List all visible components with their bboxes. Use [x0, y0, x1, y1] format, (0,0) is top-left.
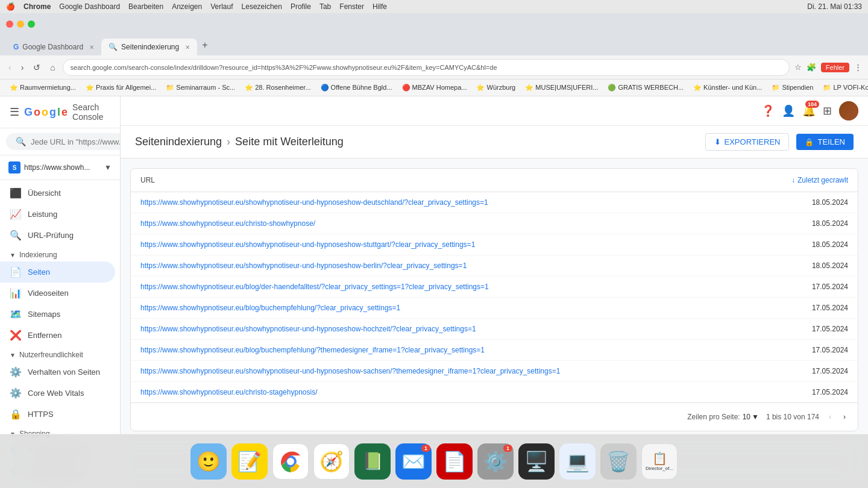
dock-chrome[interactable]	[272, 443, 309, 480]
dock-acrobat[interactable]: 📄	[436, 443, 473, 480]
col-date-header[interactable]: ↓ Zuletzt gecrawlt	[791, 176, 848, 184]
table-row-url[interactable]: https://www.showhypnotiseur.eu/showhypno…	[140, 261, 794, 270]
close-window-button[interactable]	[6, 20, 13, 28]
user-avatar[interactable]	[839, 101, 858, 120]
table-row-url[interactable]: https://www.showhypnotiseur.eu/blog/der-…	[140, 283, 794, 291]
breadcrumb-parent[interactable]: Seitenindexierung	[135, 136, 222, 148]
fullscreen-window-button[interactable]	[28, 20, 35, 28]
sidebar-item-sitemaps[interactable]: 🗺️ Sitemaps	[0, 304, 115, 325]
bookmark-kunstler[interactable]: ⭐ Künstler- und Kün...	[690, 83, 766, 93]
table-row[interactable]: https://www.showhypnotiseur.eu/showhypno…	[131, 319, 858, 340]
sidebar-item-core-web[interactable]: ⚙️ Core Web Vitals	[0, 383, 115, 404]
dock-notes[interactable]: 📝	[231, 443, 268, 480]
browser-tab-google-dashboard[interactable]: G Google Dashboard ✕	[6, 39, 101, 55]
rows-per-page-select[interactable]: 10 ▼	[743, 413, 759, 421]
menu-profile[interactable]: Profile	[291, 2, 311, 11]
property-selector[interactable]: S https://www.showh... ▼	[0, 155, 120, 180]
bookmark-seminarraum[interactable]: 📁 Seminarraum - Sc...	[162, 83, 239, 93]
apple-menu[interactable]: 🍎	[6, 2, 15, 11]
table-row-url[interactable]: https://www.showhypnotiseur.eu/blog/buch…	[140, 304, 794, 312]
user-settings-icon[interactable]: 👤	[782, 104, 795, 117]
bookmark-gratis[interactable]: 🟢 GRATIS WERBECH...	[604, 83, 687, 93]
dock-app2[interactable]: 💻	[559, 443, 596, 480]
bookmark-stipendien[interactable]: 📁 Stipendien	[768, 83, 817, 93]
menu-fenster[interactable]: Fenster	[339, 2, 364, 11]
bookmark-rosenheimer[interactable]: ⭐ 28. Rosenheimer...	[241, 83, 314, 93]
menu-anzeigen[interactable]: Anzeigen	[172, 2, 202, 11]
refresh-button[interactable]: ↺	[31, 60, 43, 75]
menu-hilfe[interactable]: Hilfe	[373, 2, 387, 11]
forward-button[interactable]: ›	[19, 60, 27, 75]
indexierung-section-header[interactable]: ▼ Indexierung	[0, 246, 120, 261]
table-row-url[interactable]: https://www.showhypnotiseur.eu/showhypno…	[140, 198, 794, 207]
sidebar-item-ubersicht[interactable]: ⬛ Übersicht	[0, 183, 115, 204]
sidebar-item-verhalten[interactable]: ⚙️ Verhalten von Seiten	[0, 361, 115, 383]
notification-bell[interactable]: 🔔 104	[802, 104, 816, 117]
table-row-url[interactable]: https://www.showhypnotiseur.eu/christo-s…	[140, 388, 794, 396]
bookmark-star-icon[interactable]: ☆	[794, 63, 802, 72]
close-tab-seitenindexierung[interactable]: ✕	[185, 44, 190, 51]
share-button[interactable]: 🔒 TEILEN	[796, 134, 854, 150]
close-tab-google-dashboard[interactable]: ✕	[89, 44, 94, 51]
table-row[interactable]: https://www.showhypnotiseur.eu/christo-s…	[131, 213, 858, 234]
new-tab-button[interactable]: +	[202, 40, 207, 51]
export-button[interactable]: ⬇ EXPORTIEREN	[705, 133, 790, 151]
back-button[interactable]: ‹	[6, 60, 14, 75]
table-row-url[interactable]: https://www.showhypnotiseur.eu/christo-s…	[140, 219, 794, 228]
table-row[interactable]: https://www.showhypnotiseur.eu/blog/buch…	[131, 340, 858, 361]
table-row[interactable]: https://www.showhypnotiseur.eu/showhypno…	[131, 361, 858, 382]
table-row[interactable]: https://www.showhypnotiseur.eu/showhypno…	[131, 192, 858, 213]
sidebar-item-seiten[interactable]: 📄 Seiten	[0, 261, 115, 283]
nutzerfreundlichkeit-section-header[interactable]: ▼ Nutzerfreundlichkeit	[0, 346, 120, 361]
dock-trash[interactable]: 🗑️	[600, 443, 637, 480]
bookmark-raumvermietung[interactable]: ⭐ Raumvermietung...	[6, 83, 80, 93]
sidebar-item-videoseiten[interactable]: 📊 Videoseiten	[0, 283, 115, 304]
table-row-url[interactable]: https://www.showhypnotiseur.eu/showhypno…	[140, 367, 794, 375]
hamburger-menu-button[interactable]: ☰	[10, 105, 19, 119]
table-row-url[interactable]: https://www.showhypnotiseur.eu/showhypno…	[140, 325, 794, 333]
table-row[interactable]: https://www.showhypnotiseur.eu/blog/buch…	[131, 298, 858, 319]
table-row-url[interactable]: https://www.showhypnotiseur.eu/blog/buch…	[140, 346, 794, 354]
table-row[interactable]: https://www.showhypnotiseur.eu/christo-s…	[131, 382, 858, 402]
menu-tab[interactable]: Tab	[319, 2, 331, 11]
sidebar-item-url-prufung[interactable]: 🔍 URL-Prüfung	[0, 225, 115, 246]
menu-datei[interactable]: Google Dashboard	[59, 2, 120, 11]
home-button[interactable]: ⌂	[48, 60, 57, 75]
apps-grid-icon[interactable]: ⊞	[823, 104, 832, 117]
extensions-icon[interactable]: 🧩	[807, 63, 816, 72]
dock-app1[interactable]: 🖥️	[518, 443, 555, 480]
menu-lesezeichen[interactable]: Lesezeichen	[242, 2, 282, 11]
menu-verlauf[interactable]: Verlauf	[210, 2, 233, 11]
help-icon[interactable]: ❓	[761, 104, 775, 117]
bookmark-muse[interactable]: ⭐ MUSE|UMS|UFERI...	[521, 83, 602, 93]
prev-page-button[interactable]: ‹	[826, 410, 834, 424]
more-options-icon[interactable]: ⋮	[854, 63, 862, 72]
dock-excel[interactable]: 📗	[354, 443, 391, 480]
app-name[interactable]: Chrome	[24, 2, 51, 11]
bookmark-wurzburg[interactable]: ⭐ Würzburg	[473, 83, 519, 93]
gsc-search-input[interactable]	[31, 137, 121, 146]
bookmark-offene-buhne[interactable]: 🔵 Offene Bühne Bgld...	[317, 83, 396, 93]
dock-syspref[interactable]: ⚙️ 1	[477, 443, 514, 480]
dock-safari[interactable]: 🧭	[313, 443, 350, 480]
bookmarks-bar: ⭐ Raumvermietung... ⭐ Praxis für Allgeme…	[0, 80, 868, 96]
table-row[interactable]: https://www.showhypnotiseur.eu/blog/der-…	[131, 277, 858, 298]
dock-finder[interactable]: 🙂	[190, 443, 227, 480]
menu-bearbeiten[interactable]: Bearbeiten	[128, 2, 163, 11]
dock-pdf-preview[interactable]: 📋 Director_of...	[641, 443, 678, 480]
bookmark-mbzav[interactable]: 🔴 MBZAV Homepa...	[398, 83, 471, 93]
sidebar-item-entfernen[interactable]: ❌ Entfernen	[0, 325, 115, 346]
table-row-url[interactable]: https://www.showhypnotiseur.eu/showhypno…	[140, 240, 794, 249]
table-row[interactable]: https://www.showhypnotiseur.eu/showhypno…	[131, 234, 858, 255]
table-row[interactable]: https://www.showhypnotiseur.eu/showhypno…	[131, 255, 858, 277]
browser-tab-seitenindexierung[interactable]: 🔍 Seitenindexierung ✕	[101, 39, 197, 55]
dock-airmail[interactable]: ✉️ 1	[395, 443, 432, 480]
bookmark-lp-vofi[interactable]: 📁 LP VOFI-Konzept	[819, 83, 868, 93]
sidebar-item-leistung[interactable]: 📈 Leistung	[0, 204, 115, 225]
next-page-button[interactable]: ›	[841, 410, 848, 424]
bookmark-praxis[interactable]: ⭐ Praxis für Allgemei...	[82, 83, 160, 93]
address-input[interactable]: search.google.com/search-console/index/d…	[63, 59, 790, 76]
gsc-search-bar[interactable]: 🔍	[6, 133, 121, 150]
sidebar-item-https[interactable]: 🔒 HTTPS	[0, 404, 115, 425]
minimize-window-button[interactable]	[17, 20, 24, 28]
